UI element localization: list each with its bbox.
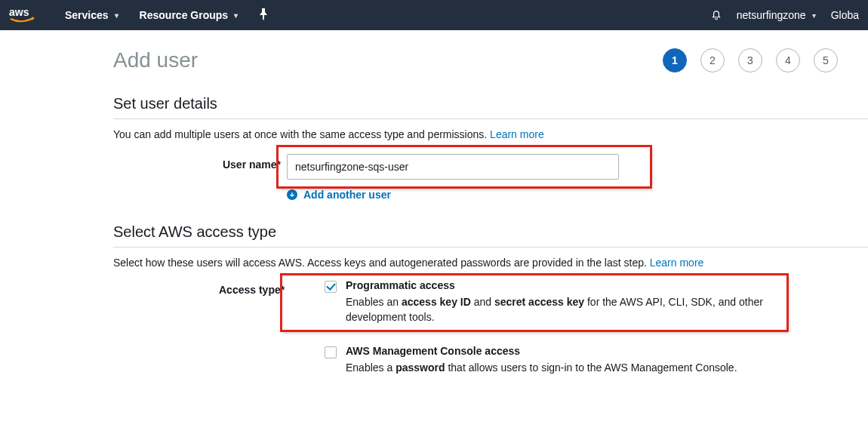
aws-logo[interactable]: aws: [9, 7, 42, 23]
checkbox-console[interactable]: [325, 346, 337, 358]
learn-more-link[interactable]: Learn more: [650, 257, 704, 269]
page-title: Add user: [113, 48, 198, 72]
wizard-step-1[interactable]: 1: [663, 48, 687, 72]
wizard-step-3[interactable]: 3: [738, 48, 762, 72]
divider: [113, 118, 868, 119]
nav-region[interactable]: Globa: [831, 9, 859, 21]
nav-resource-groups[interactable]: Resource Groups ▾: [140, 9, 238, 21]
wizard-step-5[interactable]: 5: [814, 48, 838, 72]
caret-down-icon: ▾: [234, 11, 238, 20]
wizard-steps: 1 2 3 4 5: [663, 48, 838, 72]
access-type-label: Access type*: [113, 279, 287, 296]
page-body: Add user 1 2 3 4 5 Set user details You …: [0, 30, 868, 446]
caret-down-icon: ▾: [812, 11, 816, 20]
option-desc: Enables a password that allows users to …: [346, 360, 737, 375]
nav-resource-groups-label: Resource Groups: [140, 9, 228, 21]
section-user-details: Set user details You can add multiple us…: [113, 95, 868, 201]
svg-text:aws: aws: [9, 7, 29, 18]
nav-region-label: Globa: [831, 9, 859, 21]
section-access-type: Select AWS access type Select how these …: [113, 223, 868, 375]
access-option-console[interactable]: AWS Management Console access Enables a …: [325, 345, 868, 375]
section-desc-access-type: Select how these users will access AWS. …: [113, 257, 868, 269]
section-desc-text: You can add multiple users at once with …: [113, 128, 490, 140]
add-another-user-button[interactable]: + Add another user: [287, 189, 619, 201]
wizard-step-2[interactable]: 2: [700, 48, 725, 72]
section-desc-user-details: You can add multiple users at once with …: [113, 128, 868, 140]
caret-down-icon: ▾: [115, 11, 119, 20]
nav-services[interactable]: Services ▾: [65, 9, 119, 21]
section-desc-text: Select how these users will access AWS. …: [113, 257, 650, 269]
plus-circle-icon: +: [287, 189, 297, 200]
option-title: AWS Management Console access: [346, 345, 737, 357]
option-desc: Enables an access key ID and secret acce…: [346, 294, 768, 325]
add-another-user-label: Add another user: [303, 189, 391, 201]
top-nav: aws Services ▾ Resource Groups ▾ netsurf…: [0, 0, 868, 30]
section-heading-access-type: Select AWS access type: [113, 223, 868, 247]
wizard-step-4[interactable]: 4: [776, 48, 800, 72]
username-label: User name*: [113, 154, 287, 171]
access-option-programmatic[interactable]: Programmatic access Enables an access ke…: [325, 279, 868, 325]
checkbox-programmatic[interactable]: [325, 281, 337, 293]
learn-more-link[interactable]: Learn more: [490, 128, 544, 140]
nav-services-label: Services: [65, 9, 109, 21]
pin-icon[interactable]: [259, 8, 268, 23]
username-input[interactable]: [287, 154, 619, 180]
nav-account-label: netsurfingzone: [737, 9, 806, 21]
section-heading-user-details: Set user details: [113, 95, 868, 118]
nav-account[interactable]: netsurfingzone ▾: [737, 9, 816, 21]
divider: [113, 247, 868, 248]
option-title: Programmatic access: [346, 279, 768, 291]
notifications-icon[interactable]: [709, 8, 723, 23]
